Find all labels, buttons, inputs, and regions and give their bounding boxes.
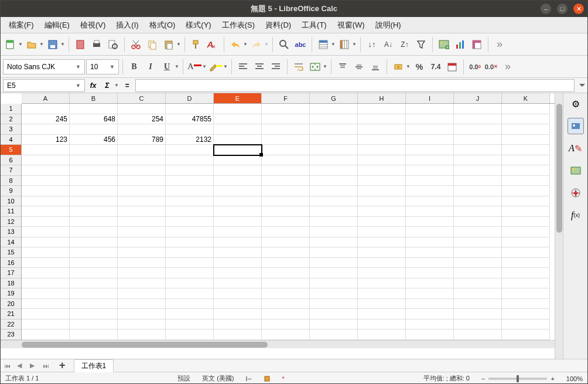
more-icon[interactable]: »: [492, 37, 507, 52]
language[interactable]: 英文 (美國): [202, 374, 234, 383]
bold-button[interactable]: B: [127, 59, 142, 74]
add-sheet-button[interactable]: +: [56, 359, 69, 372]
cell[interactable]: [310, 135, 358, 145]
cell[interactable]: [310, 247, 358, 258]
menu-item[interactable]: 編輯(E): [40, 18, 74, 32]
cell[interactable]: [406, 227, 454, 237]
cell[interactable]: [22, 176, 70, 186]
chevron-down-icon[interactable]: ▼: [352, 42, 357, 47]
cell[interactable]: [454, 124, 502, 135]
cell[interactable]: [406, 124, 454, 135]
cell[interactable]: [214, 299, 262, 310]
cell[interactable]: [502, 227, 550, 237]
column-header[interactable]: G: [310, 93, 358, 103]
cell[interactable]: [70, 329, 118, 340]
cell[interactable]: [214, 104, 262, 114]
cell[interactable]: 123: [22, 135, 70, 145]
cell[interactable]: [214, 320, 262, 330]
cell[interactable]: [214, 186, 262, 196]
cell[interactable]: [262, 268, 310, 278]
cell[interactable]: [406, 196, 454, 207]
row-header[interactable]: 15: [1, 247, 22, 258]
cell[interactable]: [214, 288, 262, 299]
cell[interactable]: [262, 176, 310, 186]
new-icon[interactable]: [3, 37, 18, 52]
cell[interactable]: [454, 268, 502, 278]
cell[interactable]: [70, 309, 118, 320]
cell[interactable]: [454, 104, 502, 114]
cell[interactable]: [166, 124, 214, 135]
cell[interactable]: [214, 206, 262, 217]
cell[interactable]: [406, 165, 454, 176]
cell[interactable]: 254: [118, 114, 166, 125]
cell[interactable]: [454, 155, 502, 166]
cell[interactable]: [118, 268, 166, 278]
cell[interactable]: [118, 165, 166, 176]
cell[interactable]: [22, 227, 70, 237]
cell[interactable]: [358, 196, 406, 207]
cell[interactable]: [358, 247, 406, 258]
selection-mode-icon[interactable]: [264, 375, 271, 382]
cell[interactable]: [70, 176, 118, 186]
cell[interactable]: [22, 145, 70, 155]
cell[interactable]: [358, 299, 406, 310]
cell[interactable]: [214, 176, 262, 186]
cell[interactable]: [262, 114, 310, 125]
vertical-scrollbar[interactable]: [555, 93, 563, 359]
cell[interactable]: [22, 247, 70, 258]
page-style[interactable]: 預設: [177, 374, 190, 383]
cell[interactable]: [22, 309, 70, 320]
cell[interactable]: [454, 237, 502, 248]
cell[interactable]: [166, 320, 214, 330]
column-header[interactable]: C: [118, 93, 166, 103]
remove-decimal-button[interactable]: 0.0✕: [484, 59, 499, 74]
row-header[interactable]: 5: [1, 145, 22, 155]
cell[interactable]: [166, 288, 214, 299]
menu-item[interactable]: 工具(T): [297, 18, 331, 32]
expand-formula-icon[interactable]: [579, 84, 585, 87]
save-icon[interactable]: [45, 37, 60, 52]
cell[interactable]: [214, 309, 262, 320]
cell[interactable]: [310, 278, 358, 289]
cell[interactable]: [454, 309, 502, 320]
cell[interactable]: [502, 155, 550, 166]
cell[interactable]: [22, 237, 70, 248]
cell[interactable]: [358, 165, 406, 176]
cell[interactable]: [166, 165, 214, 176]
cell[interactable]: [454, 247, 502, 258]
italic-button[interactable]: I: [143, 59, 158, 74]
row-header[interactable]: 10: [1, 196, 22, 207]
cell[interactable]: [358, 155, 406, 166]
cell[interactable]: [70, 104, 118, 114]
styles-icon[interactable]: A✎: [568, 140, 584, 157]
cell[interactable]: [166, 145, 214, 155]
cell[interactable]: [262, 247, 310, 258]
gallery-icon[interactable]: [568, 162, 584, 179]
cell[interactable]: [502, 309, 550, 320]
row-header[interactable]: 4: [1, 135, 22, 145]
navigator-icon[interactable]: [568, 185, 584, 201]
cell[interactable]: [358, 135, 406, 145]
sum-button[interactable]: Σ: [101, 80, 113, 91]
chevron-down-icon[interactable]: ▼: [114, 83, 119, 88]
zoom-in-button[interactable]: +: [551, 375, 554, 382]
column-header[interactable]: J: [454, 93, 502, 103]
cell[interactable]: [70, 227, 118, 237]
cell[interactable]: [454, 186, 502, 196]
cell[interactable]: [454, 258, 502, 269]
equals-button[interactable]: =: [121, 80, 133, 91]
row-icon[interactable]: [316, 37, 331, 52]
sort-desc-icon[interactable]: A↓: [381, 37, 396, 52]
cell[interactable]: [70, 237, 118, 248]
chevron-down-icon[interactable]: ▼: [18, 42, 23, 47]
cell[interactable]: [166, 247, 214, 258]
cell[interactable]: [406, 278, 454, 289]
row-header[interactable]: 11: [1, 206, 22, 217]
chevron-down-icon[interactable]: ▼: [264, 42, 269, 47]
cell[interactable]: [70, 268, 118, 278]
chevron-down-icon[interactable]: ▼: [176, 42, 181, 47]
cell[interactable]: [406, 145, 454, 155]
cell[interactable]: [262, 288, 310, 299]
cell[interactable]: [166, 237, 214, 248]
cell[interactable]: [262, 165, 310, 176]
